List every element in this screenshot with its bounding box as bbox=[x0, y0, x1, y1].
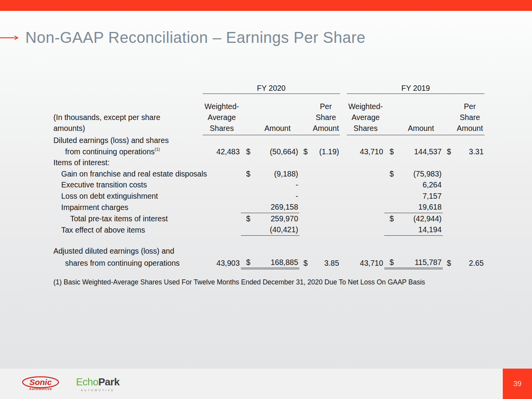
cell-fy2019-per-share: 2.65 bbox=[455, 257, 484, 269]
cell-fy2019-dollar: $ bbox=[384, 257, 399, 269]
cell-fy2019-amount: 115,787 bbox=[399, 257, 443, 269]
column-header-row: (In thousands, except per share amounts)… bbox=[53, 94, 484, 135]
cell-fy2019-per-share: 3.31 bbox=[455, 146, 484, 157]
col-header-shares-fy2019: Weighted- Average Shares bbox=[347, 94, 384, 135]
svg-text:Sonic: Sonic bbox=[29, 378, 51, 387]
cell-fy2020-dollar2: $ bbox=[299, 257, 312, 269]
table-row-impairment-charges: Impairment charges 269,158 19,618 bbox=[53, 201, 484, 213]
cell-fy2020-per-share: (1.19) bbox=[312, 146, 340, 157]
cell-fy2020-amount: (40,421) bbox=[256, 224, 299, 235]
col-header-per-share-fy2019: Per Share Amount bbox=[455, 94, 484, 135]
col-header-per-share-fy2020: Per Share Amount bbox=[312, 94, 340, 135]
cell-fy2019-shares: 43,710 bbox=[347, 257, 384, 269]
cell-fy2019-amount: 19,618 bbox=[399, 201, 443, 213]
cell-fy2020-amount: 269,158 bbox=[256, 201, 299, 213]
row-label: shares from continuing operations bbox=[53, 257, 203, 269]
svg-text:Automotive: Automotive bbox=[28, 387, 52, 391]
row-label: Total pre-tax items of interest bbox=[53, 213, 203, 224]
fy2019-group-label: FY 2019 bbox=[347, 80, 484, 94]
row-label: from continuing operations(1) bbox=[53, 146, 203, 157]
footnote: (1) Basic Weighted-Average Shares Used F… bbox=[53, 278, 425, 286]
cell-fy2020-dollar: $ bbox=[241, 146, 256, 157]
row-label: Executive transition costs bbox=[53, 179, 203, 191]
cell-fy2020-amount: 259,970 bbox=[256, 213, 299, 224]
footnote-ref: (1) bbox=[155, 147, 160, 152]
cell-fy2019-amount: (75,983) bbox=[399, 168, 443, 180]
col-header-amount-fy2020: Amount bbox=[256, 94, 299, 135]
page-number: 39 bbox=[513, 380, 521, 388]
row-label: Tax effect of above items bbox=[53, 224, 203, 235]
spacer-row bbox=[53, 235, 484, 245]
table-row-items-of-interest: Items of interest: bbox=[53, 157, 484, 168]
cell-fy2020-amount: (50,664) bbox=[256, 146, 299, 157]
row-label: Gain on franchise and real estate dispos… bbox=[53, 168, 203, 180]
cell-fy2020-shares: 43,903 bbox=[203, 257, 241, 269]
cell-fy2020-amount: 168,885 bbox=[256, 257, 299, 269]
cell-fy2020-per-share: 3.85 bbox=[312, 257, 340, 269]
table-row-continuing-operations: from continuing operations(1) 42,483 $ (… bbox=[53, 146, 484, 157]
table-caption: (In thousands, except per share amounts) bbox=[53, 94, 203, 135]
row-label: Items of interest: bbox=[53, 157, 203, 168]
cell-fy2020-amount: - bbox=[256, 179, 299, 191]
reconciliation-table: FY 2020 FY 2019 (In thousands, except pe… bbox=[53, 80, 484, 269]
page-title: Non-GAAP Reconciliation – Earnings Per S… bbox=[25, 29, 366, 46]
cell-fy2019-amount: 6,264 bbox=[399, 179, 443, 191]
cell-fy2020-dollar: $ bbox=[241, 213, 256, 224]
cell-fy2019-dollar: $ bbox=[384, 146, 399, 157]
table-row-tax-effect: Tax effect of above items (40,421) 14,19… bbox=[53, 224, 484, 235]
table-row-adjusted-continuing-operations: shares from continuing operations 43,903… bbox=[53, 257, 484, 269]
row-label: Diluted earnings (loss) and shares bbox=[53, 135, 203, 146]
table-row-total-pretax-items: Total pre-tax items of interest $ 259,97… bbox=[53, 213, 484, 224]
title-arrow-icon bbox=[0, 34, 20, 42]
col-header-amount-fy2019: Amount bbox=[399, 94, 443, 135]
cell-fy2019-amount: 7,157 bbox=[399, 191, 443, 202]
year-group-header-row: FY 2020 FY 2019 bbox=[53, 80, 484, 94]
cell-fy2019-dollar: $ bbox=[384, 213, 399, 224]
cell-fy2019-shares: 43,710 bbox=[347, 146, 384, 157]
cell-fy2020-dollar: $ bbox=[241, 257, 256, 269]
cell-fy2019-dollar: $ bbox=[384, 168, 399, 180]
cell-fy2020-shares: 42,483 bbox=[203, 146, 241, 157]
row-label: Loss on debt extinguishment bbox=[53, 191, 203, 202]
echopark-logo-echo: Echo bbox=[76, 376, 98, 388]
table-row-executive-transition: Executive transition costs - 6,264 bbox=[53, 179, 484, 191]
col-header-shares-fy2020: Weighted- Average Shares bbox=[203, 94, 241, 135]
cell-fy2019-dollar2: $ bbox=[443, 257, 455, 269]
cell-fy2019-amount: 144,537 bbox=[399, 146, 443, 157]
row-label: Impairment charges bbox=[53, 201, 203, 213]
cell-fy2020-amount: (9,188) bbox=[256, 168, 299, 180]
echopark-logo: EchoPark AUTOMOTIVE bbox=[76, 376, 120, 392]
sonic-automotive-logo: Sonic Automotive bbox=[21, 376, 60, 392]
page-number-box: 39 bbox=[503, 369, 532, 399]
footer-bar: Sonic Automotive EchoPark AUTOMOTIVE 39 bbox=[0, 369, 532, 399]
cell-fy2020-dollar2: $ bbox=[299, 146, 312, 157]
echopark-logo-park: Park bbox=[98, 376, 119, 388]
cell-fy2019-amount: 14,194 bbox=[399, 224, 443, 235]
table-row-adjusted-diluted: Adjusted diluted earnings (loss) and bbox=[53, 245, 484, 257]
table-row-gain-on-franchise: Gain on franchise and real estate dispos… bbox=[53, 168, 484, 180]
cell-fy2019-amount: (42,944) bbox=[399, 213, 443, 224]
cell-fy2020-amount: - bbox=[256, 191, 299, 202]
cell-fy2020-dollar: $ bbox=[241, 168, 256, 180]
cell-fy2019-dollar2: $ bbox=[443, 146, 455, 157]
fy2020-group-label: FY 2020 bbox=[203, 80, 340, 94]
table-row-loss-on-debt: Loss on debt extinguishment - 7,157 bbox=[53, 191, 484, 202]
echopark-logo-subtitle: AUTOMOTIVE bbox=[76, 389, 120, 392]
row-label: Adjusted diluted earnings (loss) and bbox=[53, 245, 203, 257]
top-accent-bar bbox=[0, 0, 532, 11]
table-row-diluted-earnings: Diluted earnings (loss) and shares bbox=[53, 135, 484, 146]
